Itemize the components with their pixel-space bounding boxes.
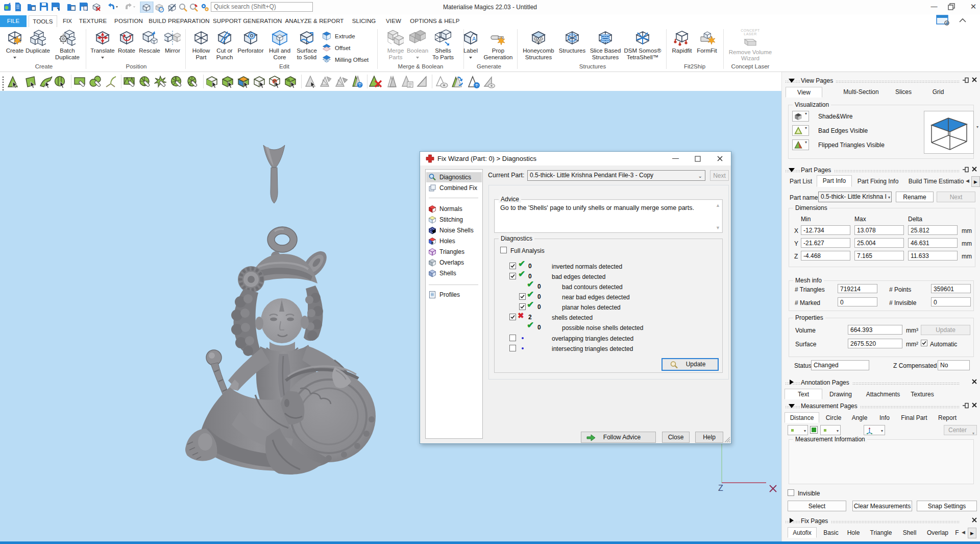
svg-text:Z: Z — [718, 484, 723, 492]
svg-text:A: A — [472, 36, 476, 42]
